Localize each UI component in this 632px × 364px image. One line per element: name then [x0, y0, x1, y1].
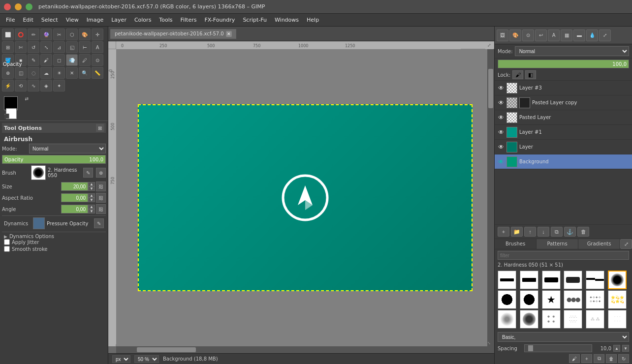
brush-edit-button[interactable]: ✎: [83, 168, 93, 178]
horizontal-scrollbar[interactable]: [116, 346, 494, 353]
tool-options-collapse[interactable]: ⊠: [96, 124, 104, 132]
layer-item-5[interactable]: 👁 Background: [495, 154, 632, 169]
tool-scale[interactable]: ⤡: [40, 41, 52, 53]
canvas-viewport[interactable]: ⤡: [116, 49, 494, 346]
vertical-scrollbar[interactable]: [487, 49, 494, 339]
tool-align[interactable]: ⊞: [2, 41, 14, 53]
tool-blur-sharpen[interactable]: ◌: [28, 67, 39, 79]
size-input[interactable]: [61, 182, 88, 191]
rtool-undo-icon[interactable]: ↩: [535, 30, 547, 41]
menu-layer[interactable]: Layer: [107, 16, 130, 24]
brushes-panel-expand[interactable]: ⤢: [620, 239, 632, 249]
rtool-palette-icon[interactable]: ▦: [561, 30, 572, 41]
spacing-spin-down[interactable]: ▼: [622, 345, 629, 352]
tool-smudge[interactable]: ☁: [40, 67, 52, 79]
menu-fx-foundry[interactable]: FX-Foundry: [200, 16, 239, 24]
tool-foreground-select[interactable]: ⬡: [66, 29, 78, 40]
tool-zoom[interactable]: 🔍: [79, 67, 91, 79]
aspect-ratio-input[interactable]: [61, 193, 88, 202]
layer-item-1[interactable]: 👁 Pasted Layer copy: [495, 95, 632, 110]
brush-cell-1[interactable]: [520, 271, 538, 289]
angle-chain-button[interactable]: ⛓: [96, 204, 106, 214]
menu-colors[interactable]: Colors: [130, 16, 155, 24]
canvas-resize-corner[interactable]: ⤡: [487, 339, 494, 346]
menu-select[interactable]: Select: [37, 16, 62, 24]
dynamics-edit-button[interactable]: ✎: [94, 218, 104, 228]
tool-color-picker-left[interactable]: 🎨: [79, 29, 91, 40]
layer-visibility-5[interactable]: 👁: [498, 158, 505, 165]
mode-select[interactable]: Normal: [515, 46, 629, 56]
new-layer-button[interactable]: +: [498, 227, 509, 237]
rtool-expand-icon[interactable]: ⤢: [599, 30, 611, 41]
aspect-ratio-spin-down[interactable]: ▼: [88, 198, 95, 202]
brush-cell-14[interactable]: ⁕ ⁕⁕ ⁕: [542, 310, 561, 329]
layer-item-3[interactable]: 👁 Layer #1: [495, 125, 632, 140]
duplicate-layer-button[interactable]: ⧉: [551, 227, 563, 237]
brush-cell-2[interactable]: [542, 271, 561, 289]
tool-extra-4[interactable]: ◈: [40, 80, 52, 91]
tool-flip[interactable]: ⊢: [79, 41, 91, 53]
lock-pixels-button[interactable]: 🖌: [512, 70, 523, 79]
canvas-tab-close[interactable]: ✕: [226, 31, 232, 37]
brush-cell-6[interactable]: [498, 290, 516, 309]
minimize-button[interactable]: [15, 3, 22, 10]
brushes-tab[interactable]: Brushes: [495, 239, 537, 249]
size-spin-up[interactable]: ▲: [88, 182, 95, 186]
lower-layer-button[interactable]: ↓: [537, 227, 549, 237]
smooth-stroke-checkbox[interactable]: [4, 246, 10, 252]
tool-rect-select[interactable]: ⬜: [2, 29, 14, 40]
tool-ink[interactable]: 🖊: [79, 54, 91, 66]
tool-scissors[interactable]: ✂: [53, 29, 65, 40]
unit-select[interactable]: px: [112, 355, 130, 363]
aspect-ratio-chain-button[interactable]: ⛓: [96, 193, 106, 203]
brush-cell-12[interactable]: [498, 310, 516, 329]
canvas-tab-0[interactable]: petanikode-wallpaper-oktober-2016.xcf-57…: [110, 29, 236, 39]
spacing-slider[interactable]: [524, 344, 592, 352]
opacity-slider[interactable]: 100,0 Opacity: [2, 155, 106, 164]
delete-layer-button[interactable]: 🗑: [577, 227, 589, 237]
brush-delete-button[interactable]: 🗑: [606, 354, 617, 363]
raise-layer-button[interactable]: ↑: [524, 227, 536, 237]
tool-extra-5[interactable]: ✦: [53, 80, 65, 91]
horizontal-scroll-thumb[interactable]: [137, 347, 196, 352]
patterns-tab[interactable]: Patterns: [537, 239, 578, 249]
brush-cell-9[interactable]: ⬤⬤⬤: [564, 290, 582, 309]
close-button[interactable]: [4, 3, 11, 10]
tool-perspective-clone[interactable]: ◫: [15, 67, 27, 79]
brush-cell-13[interactable]: [520, 310, 538, 329]
tool-perspective[interactable]: ◱: [66, 41, 78, 53]
canvas-expand-icon[interactable]: ⤢: [485, 41, 493, 49]
tool-dodge-burn[interactable]: ☀: [53, 67, 65, 79]
rtool-color-icon[interactable]: 🎨: [509, 30, 521, 41]
brush-refresh-button[interactable]: ↻: [618, 354, 629, 363]
brush-cell-10[interactable]: ✦✧✦✧✧✦✧✦: [586, 290, 604, 309]
lock-alpha-button[interactable]: ◧: [525, 70, 536, 79]
tool-clone[interactable]: ⊙: [92, 54, 103, 66]
brush-cell-0[interactable]: [498, 271, 516, 289]
brush-cell-11[interactable]: ⭐💫⭐💫⭐💫: [608, 290, 627, 309]
layer-item-2[interactable]: 👁 Pasted Layer: [495, 110, 632, 125]
brush-cell-17[interactable]: · · ·· · ·: [608, 310, 627, 329]
rtool-fonts-icon[interactable]: A: [548, 30, 560, 41]
vertical-scroll-thumb[interactable]: [488, 69, 493, 108]
layer-item-0[interactable]: 👁 Layer #3: [495, 81, 632, 95]
tool-free-select[interactable]: ✏: [28, 29, 39, 40]
rtool-image-icon[interactable]: 🖼: [497, 30, 508, 41]
reset-colors-icon[interactable]: ⬛: [4, 114, 9, 119]
tool-pencil[interactable]: ✎: [28, 54, 39, 66]
aspect-ratio-spin-up[interactable]: ▲: [88, 193, 95, 198]
angle-input[interactable]: [61, 205, 88, 213]
brush-cell-3[interactable]: [564, 271, 582, 289]
brush-cell-7[interactable]: [520, 290, 538, 309]
gradients-tab[interactable]: Gradients: [578, 239, 620, 249]
brush-duplicate-button[interactable]: ⧉: [594, 354, 604, 363]
layer-visibility-1[interactable]: 👁: [498, 99, 505, 106]
menu-file[interactable]: File: [2, 16, 19, 24]
tool-heal[interactable]: ⊕: [2, 67, 14, 79]
spacing-spin-up[interactable]: ▲: [613, 345, 620, 352]
menu-image[interactable]: Image: [83, 16, 107, 24]
tool-fuzzy-select[interactable]: 🔮: [40, 29, 52, 40]
brush-cell-15[interactable]: ∴∵∴∵∴∵: [564, 310, 582, 329]
maximize-button[interactable]: [26, 3, 32, 10]
layer-visibility-0[interactable]: 👁: [498, 85, 505, 91]
